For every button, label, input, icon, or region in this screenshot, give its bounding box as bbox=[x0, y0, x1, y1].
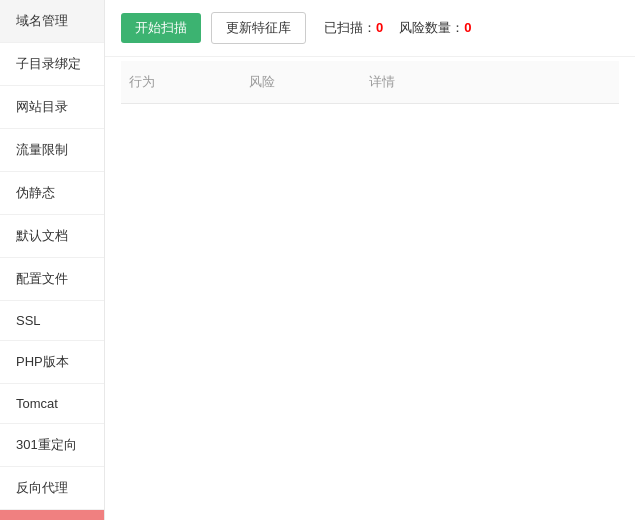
table-header-detail: 详情 bbox=[361, 69, 619, 95]
sidebar-item-flow-limit[interactable]: 流量限制 bbox=[0, 129, 104, 172]
sidebar-item-website-dir[interactable]: 网站目录 bbox=[0, 86, 104, 129]
sidebar-item-pseudo-static[interactable]: 伪静态 bbox=[0, 172, 104, 215]
sidebar-item-config-file[interactable]: 配置文件 bbox=[0, 258, 104, 301]
risk-count-label: 风险数量：0 bbox=[399, 19, 471, 37]
sidebar-item-ssl[interactable]: SSL bbox=[0, 301, 104, 341]
sidebar-item-redirect-301[interactable]: 301重定向 bbox=[0, 424, 104, 467]
sidebar-item-tomcat[interactable]: Tomcat bbox=[0, 384, 104, 424]
sidebar-item-subdir[interactable]: 子目录绑定 bbox=[0, 43, 104, 86]
stats-area: 已扫描：0 风险数量：0 bbox=[324, 19, 471, 37]
table-header: 行为 风险 详情 bbox=[121, 61, 619, 104]
sidebar-item-reverse-proxy[interactable]: 反向代理 bbox=[0, 467, 104, 510]
sidebar-item-default-doc[interactable]: 默认文档 bbox=[0, 215, 104, 258]
update-features-button[interactable]: 更新特征库 bbox=[211, 12, 306, 44]
sidebar: 域名管理 子目录绑定 网站目录 流量限制 伪静态 默认文档 配置文件 SSL P… bbox=[0, 0, 105, 520]
start-scan-button[interactable]: 开始扫描 bbox=[121, 13, 201, 43]
sidebar-item-risk-scan[interactable]: 风险扫描 bbox=[0, 510, 104, 520]
scan-table: 行为 风险 详情 bbox=[105, 57, 635, 520]
sidebar-item-domain-mgmt[interactable]: 域名管理 bbox=[0, 0, 104, 43]
toolbar: 开始扫描 更新特征库 已扫描：0 风险数量：0 bbox=[105, 0, 635, 57]
table-header-risk: 风险 bbox=[241, 69, 361, 95]
table-header-action: 行为 bbox=[121, 69, 241, 95]
scanned-label: 已扫描：0 bbox=[324, 19, 383, 37]
risk-count-value: 0 bbox=[464, 20, 471, 35]
scanned-value: 0 bbox=[376, 20, 383, 35]
main-content: 开始扫描 更新特征库 已扫描：0 风险数量：0 行为 风险 详情 bbox=[105, 0, 635, 520]
sidebar-item-php-version[interactable]: PHP版本 bbox=[0, 341, 104, 384]
